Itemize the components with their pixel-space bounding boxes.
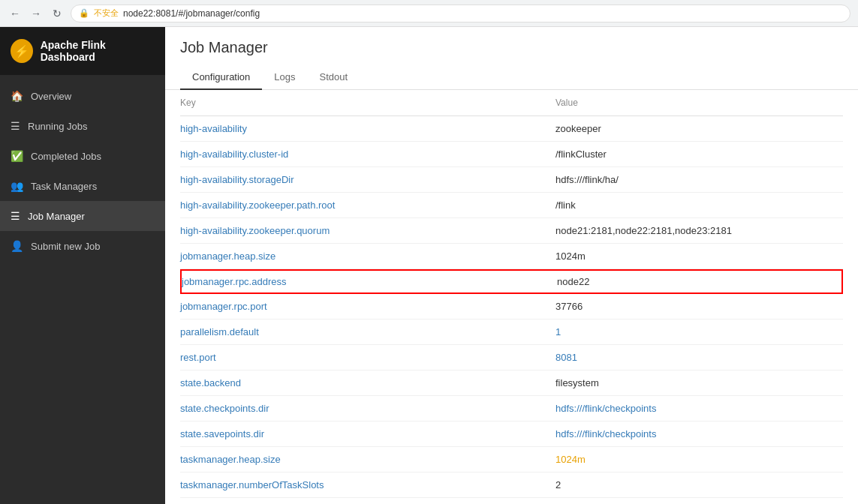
cell-key: taskmanager.heap.size [180, 454, 555, 465]
sidebar-item-overview[interactable]: 🏠 Overview [0, 81, 165, 111]
cell-key: state.savepoints.dir [180, 428, 555, 440]
submit-job-icon: 👤 [11, 240, 23, 252]
table-row: rest.port8081 [180, 345, 843, 370]
page-header: Job Manager Configuration Logs Stdout [165, 27, 858, 90]
cell-value: /flink [555, 200, 843, 211]
reload-button[interactable]: ↻ [50, 6, 65, 21]
tab-logs[interactable]: Logs [262, 65, 307, 90]
cell-key: parallelism.default [180, 326, 555, 338]
sidebar-item-submit-job[interactable]: 👤 Submit new Job [0, 231, 165, 261]
tab-bar: Configuration Logs Stdout [180, 65, 843, 89]
cell-value: node22 [557, 276, 841, 287]
cell-value: hdfs:///flink/checkpoints [555, 403, 843, 414]
cell-key: high-availability.storageDir [180, 174, 555, 185]
logo-text: Apache Flink Dashboard [41, 39, 155, 63]
table-row: taskmanager.numberOfTaskSlots2 [180, 472, 843, 498]
job-manager-label: Job Manager [28, 211, 85, 222]
table-row: high-availability.storageDirhdfs:///flin… [180, 167, 843, 193]
sidebar-item-running-jobs[interactable]: ☰ Running Jobs [0, 111, 165, 141]
cell-key: state.checkpoints.dir [180, 403, 555, 414]
running-jobs-label: Running Jobs [28, 121, 88, 132]
main-content: Job Manager Configuration Logs Stdout Ke… [165, 27, 858, 504]
cell-value: hdfs:///flink/ha/ [555, 174, 843, 185]
cell-value: filesystem [555, 377, 843, 388]
cell-value: 1024m [555, 250, 843, 262]
browser-bar: ← → ↻ 🔒 不安全 node22:8081/#/jobmanager/con… [0, 0, 858, 27]
key-column-header: Key [180, 98, 555, 108]
table-row: jobmanager.rpc.addressnode22 [180, 269, 843, 294]
tab-stdout[interactable]: Stdout [308, 65, 360, 90]
cell-value: 37766 [555, 301, 843, 312]
value-column-header: Value [555, 98, 843, 108]
back-button[interactable]: ← [8, 6, 23, 21]
table-column-headers: Key Value [180, 90, 843, 116]
sidebar: ⚡ Apache Flink Dashboard 🏠 Overview ☰ Ru… [0, 27, 165, 504]
cell-value: node21:2181,node22:2181,node23:2181 [555, 225, 843, 236]
url-text: node22:8081/#/jobmanager/config [123, 8, 260, 19]
cell-key: jobmanager.rpc.port [180, 301, 555, 312]
completed-jobs-label: Completed Jobs [31, 151, 101, 162]
running-jobs-icon: ☰ [11, 120, 20, 132]
cell-key: high-availability.zookeeper.path.root [180, 200, 555, 211]
lock-icon: 🔒 [79, 8, 89, 18]
table-row: parallelism.default1 [180, 320, 843, 345]
table-row: high-availabilityzookeeper [180, 116, 843, 142]
sidebar-logo: ⚡ Apache Flink Dashboard [0, 27, 165, 75]
cell-value: 1024m [555, 454, 843, 465]
page-title: Job Manager [180, 39, 843, 56]
address-bar[interactable]: 🔒 不安全 node22:8081/#/jobmanager/config [71, 4, 850, 22]
overview-label: Overview [31, 91, 71, 102]
cell-key: jobmanager.heap.size [180, 250, 555, 262]
task-managers-icon: 👥 [11, 180, 23, 192]
cell-key: jobmanager.rpc.address [182, 276, 557, 287]
sidebar-nav: 🏠 Overview ☰ Running Jobs ✅ Completed Jo… [0, 75, 165, 504]
cell-value: hdfs:///flink/checkpoints [555, 428, 843, 440]
table-row: state.savepoints.dirhdfs:///flink/checkp… [180, 422, 843, 447]
completed-jobs-icon: ✅ [11, 150, 23, 162]
table-row: taskmanager.heap.size1024m [180, 447, 843, 472]
forward-button[interactable]: → [29, 6, 44, 21]
table-row: jobmanager.rpc.port37766 [180, 294, 843, 320]
cell-value: 8081 [555, 352, 843, 363]
sidebar-item-job-manager[interactable]: ☰ Job Manager [0, 201, 165, 231]
sidebar-item-task-managers[interactable]: 👥 Task Managers [0, 171, 165, 201]
sidebar-item-completed-jobs[interactable]: ✅ Completed Jobs [0, 141, 165, 171]
app-container: ⚡ Apache Flink Dashboard 🏠 Overview ☰ Ru… [0, 27, 858, 504]
cell-value: 2 [555, 479, 843, 490]
config-table: high-availabilityzookeeperhigh-availabil… [165, 116, 858, 504]
cell-key: taskmanager.numberOfTaskSlots [180, 479, 555, 490]
cell-key: state.backend [180, 377, 555, 388]
table-row: state.backendfilesystem [180, 370, 843, 396]
cell-value: /flinkCluster [555, 148, 843, 160]
job-manager-icon: ☰ [11, 210, 20, 222]
submit-job-label: Submit new Job [31, 241, 101, 252]
cell-key: rest.port [180, 352, 555, 363]
logo-icon: ⚡ [11, 39, 33, 63]
table-row: high-availability.zookeeper.path.root/fl… [180, 193, 843, 218]
security-warn-text: 不安全 [94, 8, 119, 19]
table-row: state.checkpoints.dirhdfs:///flink/check… [180, 396, 843, 422]
cell-key: high-availability.cluster-id [180, 148, 555, 160]
table-row: jobmanager.heap.size1024m [180, 244, 843, 269]
cell-key: high-availability [180, 123, 555, 134]
cell-value: 1 [555, 326, 843, 338]
table-row: web.tmpdir/tmp/flink-web-108de005-1ee3-4… [180, 498, 843, 504]
cell-value: zookeeper [555, 123, 843, 134]
overview-icon: 🏠 [11, 90, 23, 102]
tab-configuration[interactable]: Configuration [180, 65, 262, 90]
task-managers-label: Task Managers [31, 181, 97, 192]
cell-key: high-availability.zookeeper.quorum [180, 225, 555, 236]
table-row: high-availability.cluster-id/flinkCluste… [180, 142, 843, 167]
table-row: high-availability.zookeeper.quorumnode21… [180, 218, 843, 244]
